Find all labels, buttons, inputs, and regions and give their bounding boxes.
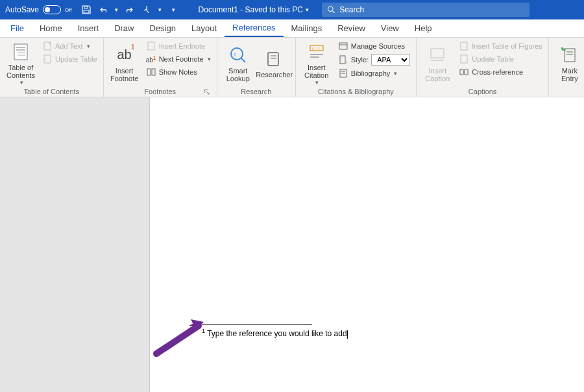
insert-tof-button[interactable]: Insert Table of Figures bbox=[457, 40, 544, 52]
svg-rect-34 bbox=[460, 69, 463, 75]
page-gutter bbox=[0, 97, 149, 392]
footnotes-launcher-icon[interactable] bbox=[204, 89, 210, 95]
title-dropdown-icon[interactable]: ▾ bbox=[306, 6, 309, 13]
tab-view[interactable]: View bbox=[373, 19, 407, 37]
svg-rect-33 bbox=[461, 55, 467, 63]
autosave-pill bbox=[43, 5, 61, 14]
svg-text:!: ! bbox=[45, 58, 47, 62]
researcher-button[interactable]: Researcher bbox=[258, 39, 291, 86]
chevron-down-icon: ▾ bbox=[20, 79, 23, 86]
svg-rect-35 bbox=[465, 69, 468, 75]
search-input[interactable] bbox=[339, 5, 524, 14]
tab-draw[interactable]: Draw bbox=[106, 19, 141, 37]
tab-file[interactable]: File bbox=[3, 19, 32, 37]
undo-dropdown-icon[interactable]: ▾ bbox=[115, 6, 118, 13]
show-notes-button[interactable]: Show Notes bbox=[144, 66, 213, 78]
insert-caption-button[interactable]: Insert Caption bbox=[420, 39, 454, 86]
group-citations: (—) Insert Citation ▾ Manage Sources Sty… bbox=[296, 38, 417, 97]
group-label-citations: Citations & Bibliography bbox=[300, 86, 413, 97]
style-dropdown[interactable]: APA bbox=[371, 54, 410, 66]
group-label-index: Index bbox=[553, 86, 584, 97]
svg-line-16 bbox=[241, 58, 245, 62]
touch-mode-icon[interactable] bbox=[141, 5, 152, 15]
update-caption-table-button[interactable]: Update Table bbox=[457, 53, 544, 65]
mark-entry-button[interactable]: Mark Entry bbox=[553, 39, 584, 86]
footnote-text[interactable]: 1 Type the reference you would like to a… bbox=[202, 328, 348, 339]
style-selector[interactable]: Style: APA bbox=[336, 53, 413, 66]
search-icon bbox=[327, 5, 335, 14]
tab-strip: File Home Insert Draw Design Layout Refe… bbox=[0, 19, 584, 38]
group-table-of-contents: Table of Contents ▾ Add Text▾ ! Update T… bbox=[0, 38, 104, 97]
group-research: i Smart Lookup Researcher Research bbox=[217, 38, 296, 97]
bibliography-button[interactable]: Bibliography▾ bbox=[336, 67, 413, 79]
cross-ref-icon bbox=[459, 67, 469, 77]
svg-rect-13 bbox=[147, 69, 151, 75]
tab-help[interactable]: Help bbox=[407, 19, 440, 37]
document-page[interactable]: 1 Type the reference you would like to a… bbox=[149, 97, 584, 392]
show-notes-icon bbox=[146, 67, 156, 77]
footnote-separator bbox=[202, 325, 312, 325]
smart-lookup-icon: i bbox=[228, 45, 249, 66]
quick-access-toolbar: ▾ ▾ ▾ bbox=[77, 5, 179, 15]
autosave-off-label: Off bbox=[65, 7, 72, 13]
svg-rect-32 bbox=[461, 42, 467, 50]
group-label-toc: Table of Contents bbox=[4, 86, 99, 97]
group-label-footnotes: Footnotes bbox=[108, 86, 213, 97]
svg-text:(—): (—) bbox=[312, 46, 320, 51]
tab-home[interactable]: Home bbox=[32, 19, 70, 37]
smart-lookup-button[interactable]: i Smart Lookup bbox=[221, 39, 255, 86]
tab-insert[interactable]: Insert bbox=[70, 19, 107, 37]
chevron-down-icon: ▾ bbox=[315, 79, 319, 86]
document-area: 1 Type the reference you would like to a… bbox=[0, 97, 584, 392]
document-title[interactable]: Document1 - Saved to this PC ▾ bbox=[199, 5, 309, 14]
group-index: Mark Entry Insert Index Update Index Ind… bbox=[549, 38, 584, 97]
title-bar: AutoSave Off ▾ ▾ ▾ Document1 - Saved to … bbox=[0, 0, 584, 19]
group-footnotes: ab 1 Insert Footnote Insert Endnote ab1 … bbox=[104, 38, 217, 97]
caption-icon bbox=[427, 45, 448, 66]
bibliography-icon bbox=[338, 68, 348, 79]
citation-icon: (—) bbox=[306, 42, 327, 62]
svg-rect-12 bbox=[148, 42, 154, 50]
svg-rect-30 bbox=[431, 49, 444, 58]
group-label-captions: Captions bbox=[420, 86, 544, 97]
tab-review[interactable]: Review bbox=[330, 19, 373, 37]
endnote-icon bbox=[146, 41, 156, 51]
svg-text:i: i bbox=[234, 51, 236, 58]
redo-icon[interactable] bbox=[125, 5, 135, 15]
update-table-button[interactable]: ! Update Table bbox=[40, 53, 99, 65]
svg-rect-36 bbox=[565, 49, 575, 62]
update-caption-icon bbox=[459, 54, 469, 64]
add-text-icon bbox=[42, 41, 53, 51]
next-footnote-button[interactable]: ab1 Next Footnote▾ bbox=[144, 53, 213, 65]
manage-sources-button[interactable]: Manage Sources bbox=[336, 40, 413, 52]
tab-design[interactable]: Design bbox=[142, 19, 184, 37]
tab-references[interactable]: References bbox=[225, 19, 283, 37]
undo-icon[interactable] bbox=[98, 5, 108, 15]
svg-rect-26 bbox=[340, 56, 345, 64]
svg-rect-24 bbox=[339, 43, 347, 49]
svg-line-3 bbox=[332, 11, 334, 13]
tab-mailings[interactable]: Mailings bbox=[284, 19, 330, 37]
search-box[interactable] bbox=[322, 3, 529, 17]
autosave-label: AutoSave bbox=[5, 5, 39, 14]
autosave-toggle[interactable]: AutoSave Off bbox=[0, 5, 77, 14]
next-footnote-icon: ab1 bbox=[146, 54, 156, 64]
footnote-icon: ab 1 bbox=[114, 45, 135, 66]
ribbon: Table of Contents ▾ Add Text▾ ! Update T… bbox=[0, 38, 584, 97]
cross-reference-button[interactable]: Cross-reference bbox=[457, 66, 544, 78]
text-cursor bbox=[347, 330, 348, 339]
footnote-area[interactable]: 1 Type the reference you would like to a… bbox=[202, 325, 348, 339]
save-icon[interactable] bbox=[81, 5, 91, 15]
insert-endnote-button[interactable]: Insert Endnote bbox=[144, 40, 213, 52]
touch-dropdown-icon[interactable]: ▾ bbox=[158, 6, 162, 13]
svg-rect-1 bbox=[84, 6, 88, 8]
researcher-icon bbox=[264, 49, 285, 69]
group-captions: Insert Caption Insert Table of Figures U… bbox=[417, 38, 549, 97]
add-text-button[interactable]: Add Text▾ bbox=[40, 40, 99, 52]
tab-layout[interactable]: Layout bbox=[184, 19, 225, 37]
table-of-contents-button[interactable]: Table of Contents ▾ bbox=[4, 39, 38, 86]
insert-citation-button[interactable]: (—) Insert Citation ▾ bbox=[300, 39, 334, 86]
insert-footnote-button[interactable]: ab 1 Insert Footnote bbox=[108, 39, 141, 86]
qat-customize-icon[interactable]: ▾ bbox=[172, 6, 175, 13]
svg-rect-0 bbox=[84, 10, 89, 13]
